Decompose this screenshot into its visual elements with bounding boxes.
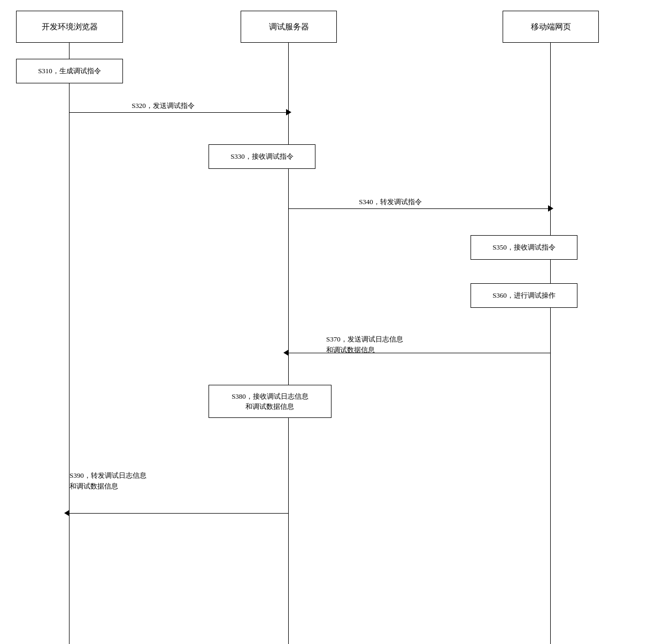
arrow-s390-line <box>70 513 289 514</box>
lifeline-server <box>288 43 289 644</box>
step-s380: S380，接收调试日志信息和调试数据信息 <box>209 385 332 418</box>
arrow-s320-line <box>70 112 289 113</box>
arrow-s370-head <box>283 350 289 356</box>
arrow-s370-label: S370，发送调试日志信息和调试数据信息 <box>326 334 487 355</box>
arrow-s320-head <box>286 109 291 115</box>
arrow-s340-head <box>548 205 553 212</box>
actor-server: 调试服务器 <box>241 11 337 43</box>
step-s350: S350，接收调试指令 <box>471 235 577 260</box>
step-s360: S360，进行调试操作 <box>471 283 577 308</box>
actor-browser: 开发环境浏览器 <box>16 11 123 43</box>
lifeline-browser <box>69 43 70 644</box>
sequence-diagram: 开发环境浏览器 调试服务器 移动端网页 S310，生成调试指令 S320，发送调… <box>0 0 663 644</box>
arrow-s320-label: S320，发送调试指令 <box>94 100 233 111</box>
lifeline-mobile <box>550 43 551 644</box>
step-s330: S330，接收调试指令 <box>209 144 315 169</box>
arrow-s390-label: S390，转发调试日志信息和调试数据信息 <box>70 470 219 491</box>
step-s310: S310，生成调试指令 <box>16 59 123 83</box>
arrow-s390-head <box>64 510 70 516</box>
arrow-s340-line <box>289 208 551 209</box>
actor-mobile: 移动端网页 <box>503 11 599 43</box>
arrow-s340-label: S340，转发调试指令 <box>321 197 460 207</box>
